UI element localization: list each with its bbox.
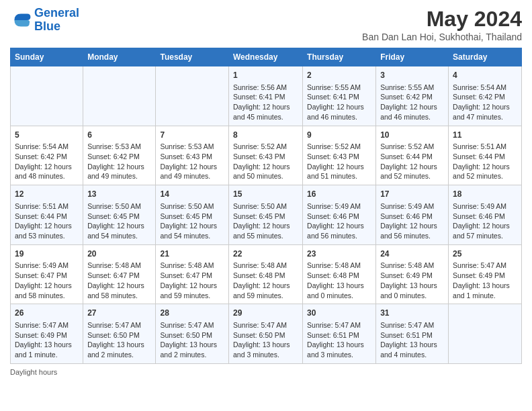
day-number: 3 xyxy=(380,70,444,81)
day-number: 15 xyxy=(233,189,298,200)
day-info: Sunrise: 5:48 AM Sunset: 6:49 PM Dayligh… xyxy=(380,261,444,300)
day-number: 6 xyxy=(87,130,151,141)
calendar-cell: 2Sunrise: 5:55 AM Sunset: 6:41 PM Daylig… xyxy=(303,66,376,126)
calendar-cell: 19Sunrise: 5:49 AM Sunset: 6:47 PM Dayli… xyxy=(11,244,83,304)
day-info: Sunrise: 5:55 AM Sunset: 6:41 PM Dayligh… xyxy=(307,83,371,122)
calendar-cell: 1Sunrise: 5:56 AM Sunset: 6:41 PM Daylig… xyxy=(228,66,302,126)
calendar-cell xyxy=(83,66,156,126)
day-info: Sunrise: 5:50 AM Sunset: 6:45 PM Dayligh… xyxy=(233,201,298,241)
day-info: Sunrise: 5:47 AM Sunset: 6:50 PM Dayligh… xyxy=(233,320,298,360)
day-header-thursday: Thursday xyxy=(303,48,376,66)
day-info: Sunrise: 5:48 AM Sunset: 6:48 PM Dayligh… xyxy=(307,261,371,300)
day-number: 19 xyxy=(15,248,79,260)
calendar-cell: 14Sunrise: 5:50 AM Sunset: 6:45 PM Dayli… xyxy=(156,185,229,245)
day-info: Sunrise: 5:48 AM Sunset: 6:47 PM Dayligh… xyxy=(87,261,151,300)
day-number: 2 xyxy=(307,70,371,81)
day-number: 22 xyxy=(233,248,298,260)
calendar-cell: 18Sunrise: 5:49 AM Sunset: 6:46 PM Dayli… xyxy=(449,185,522,245)
calendar-cell: 5Sunrise: 5:54 AM Sunset: 6:42 PM Daylig… xyxy=(11,126,83,185)
day-info: Sunrise: 5:47 AM Sunset: 6:50 PM Dayligh… xyxy=(160,320,224,360)
day-info: Sunrise: 5:52 AM Sunset: 6:43 PM Dayligh… xyxy=(233,142,298,181)
day-info: Sunrise: 5:54 AM Sunset: 6:42 PM Dayligh… xyxy=(15,142,79,181)
day-info: Sunrise: 5:47 AM Sunset: 6:50 PM Dayligh… xyxy=(87,320,151,360)
day-number: 11 xyxy=(453,130,517,141)
header-row: SundayMondayTuesdayWednesdayThursdayFrid… xyxy=(11,48,522,66)
day-header-wednesday: Wednesday xyxy=(228,48,302,66)
day-header-monday: Monday xyxy=(83,48,156,66)
day-number: 24 xyxy=(380,248,444,260)
calendar-cell: 16Sunrise: 5:49 AM Sunset: 6:46 PM Dayli… xyxy=(303,185,376,245)
day-number: 14 xyxy=(160,189,224,200)
day-number: 28 xyxy=(160,308,224,319)
day-info: Sunrise: 5:49 AM Sunset: 6:47 PM Dayligh… xyxy=(15,261,79,300)
day-info: Sunrise: 5:47 AM Sunset: 6:51 PM Dayligh… xyxy=(307,320,371,360)
day-number: 20 xyxy=(87,248,151,260)
logo-icon xyxy=(10,9,32,31)
day-info: Sunrise: 5:52 AM Sunset: 6:44 PM Dayligh… xyxy=(380,142,444,181)
calendar-cell: 4Sunrise: 5:54 AM Sunset: 6:42 PM Daylig… xyxy=(449,66,522,126)
day-number: 26 xyxy=(15,308,79,319)
week-row-3: 12Sunrise: 5:51 AM Sunset: 6:44 PM Dayli… xyxy=(11,185,522,245)
day-number: 8 xyxy=(233,130,298,141)
day-number: 1 xyxy=(233,70,298,81)
calendar-cell: 9Sunrise: 5:52 AM Sunset: 6:43 PM Daylig… xyxy=(303,126,376,185)
calendar-cell: 17Sunrise: 5:49 AM Sunset: 6:46 PM Dayli… xyxy=(376,185,449,245)
calendar-cell: 7Sunrise: 5:53 AM Sunset: 6:43 PM Daylig… xyxy=(156,126,229,185)
day-info: Sunrise: 5:49 AM Sunset: 6:46 PM Dayligh… xyxy=(307,201,371,241)
calendar-cell: 29Sunrise: 5:47 AM Sunset: 6:50 PM Dayli… xyxy=(228,304,302,364)
day-header-friday: Friday xyxy=(376,48,449,66)
calendar-cell: 12Sunrise: 5:51 AM Sunset: 6:44 PM Dayli… xyxy=(11,185,83,245)
footer: Daylight hours xyxy=(10,368,522,376)
day-info: Sunrise: 5:49 AM Sunset: 6:46 PM Dayligh… xyxy=(453,201,517,241)
day-header-tuesday: Tuesday xyxy=(156,48,229,66)
day-info: Sunrise: 5:47 AM Sunset: 6:49 PM Dayligh… xyxy=(453,261,517,300)
day-number: 23 xyxy=(307,248,371,260)
day-number: 9 xyxy=(307,130,371,141)
day-info: Sunrise: 5:56 AM Sunset: 6:41 PM Dayligh… xyxy=(233,83,298,122)
title-block: May 2024 Ban Dan Lan Hoi, Sukhothai, Tha… xyxy=(362,7,522,42)
daylight-label: Daylight hours xyxy=(10,368,57,376)
calendar-cell: 31Sunrise: 5:47 AM Sunset: 6:51 PM Dayli… xyxy=(376,304,449,364)
day-info: Sunrise: 5:48 AM Sunset: 6:47 PM Dayligh… xyxy=(160,261,224,300)
calendar-cell xyxy=(156,66,229,126)
day-number: 17 xyxy=(380,189,444,200)
day-info: Sunrise: 5:47 AM Sunset: 6:49 PM Dayligh… xyxy=(15,320,79,360)
day-info: Sunrise: 5:54 AM Sunset: 6:42 PM Dayligh… xyxy=(453,83,517,122)
calendar-cell: 26Sunrise: 5:47 AM Sunset: 6:49 PM Dayli… xyxy=(11,304,83,364)
week-row-1: 1Sunrise: 5:56 AM Sunset: 6:41 PM Daylig… xyxy=(11,66,522,126)
day-info: Sunrise: 5:53 AM Sunset: 6:42 PM Dayligh… xyxy=(87,142,151,181)
day-number: 18 xyxy=(453,189,517,200)
day-number: 5 xyxy=(15,130,79,141)
day-info: Sunrise: 5:49 AM Sunset: 6:46 PM Dayligh… xyxy=(380,201,444,241)
calendar-cell: 10Sunrise: 5:52 AM Sunset: 6:44 PM Dayli… xyxy=(376,126,449,185)
calendar-cell: 3Sunrise: 5:55 AM Sunset: 6:42 PM Daylig… xyxy=(376,66,449,126)
day-number: 13 xyxy=(87,189,151,200)
calendar-cell: 25Sunrise: 5:47 AM Sunset: 6:49 PM Dayli… xyxy=(449,244,522,304)
calendar-cell: 27Sunrise: 5:47 AM Sunset: 6:50 PM Dayli… xyxy=(83,304,156,364)
day-info: Sunrise: 5:50 AM Sunset: 6:45 PM Dayligh… xyxy=(87,201,151,241)
day-number: 7 xyxy=(160,130,224,141)
calendar-cell xyxy=(11,66,83,126)
day-number: 10 xyxy=(380,130,444,141)
day-info: Sunrise: 5:55 AM Sunset: 6:42 PM Dayligh… xyxy=(380,83,444,122)
calendar-cell xyxy=(449,304,522,364)
day-number: 21 xyxy=(160,248,224,260)
calendar-cell: 30Sunrise: 5:47 AM Sunset: 6:51 PM Dayli… xyxy=(303,304,376,364)
week-row-5: 26Sunrise: 5:47 AM Sunset: 6:49 PM Dayli… xyxy=(11,304,522,364)
calendar-cell: 6Sunrise: 5:53 AM Sunset: 6:42 PM Daylig… xyxy=(83,126,156,185)
day-header-saturday: Saturday xyxy=(449,48,522,66)
calendar-table: SundayMondayTuesdayWednesdayThursdayFrid… xyxy=(10,48,522,364)
calendar-cell: 24Sunrise: 5:48 AM Sunset: 6:49 PM Dayli… xyxy=(376,244,449,304)
day-number: 31 xyxy=(380,308,444,319)
day-number: 29 xyxy=(233,308,298,319)
calendar-cell: 20Sunrise: 5:48 AM Sunset: 6:47 PM Dayli… xyxy=(83,244,156,304)
day-info: Sunrise: 5:47 AM Sunset: 6:51 PM Dayligh… xyxy=(380,320,444,360)
calendar-cell: 11Sunrise: 5:51 AM Sunset: 6:44 PM Dayli… xyxy=(449,126,522,185)
logo-text: General Blue xyxy=(34,7,79,34)
day-number: 4 xyxy=(453,70,517,81)
day-number: 16 xyxy=(307,189,371,200)
day-number: 27 xyxy=(87,308,151,319)
day-info: Sunrise: 5:53 AM Sunset: 6:43 PM Dayligh… xyxy=(160,142,224,181)
page-header: General Blue May 2024 Ban Dan Lan Hoi, S… xyxy=(10,7,522,42)
day-info: Sunrise: 5:51 AM Sunset: 6:44 PM Dayligh… xyxy=(15,201,79,241)
